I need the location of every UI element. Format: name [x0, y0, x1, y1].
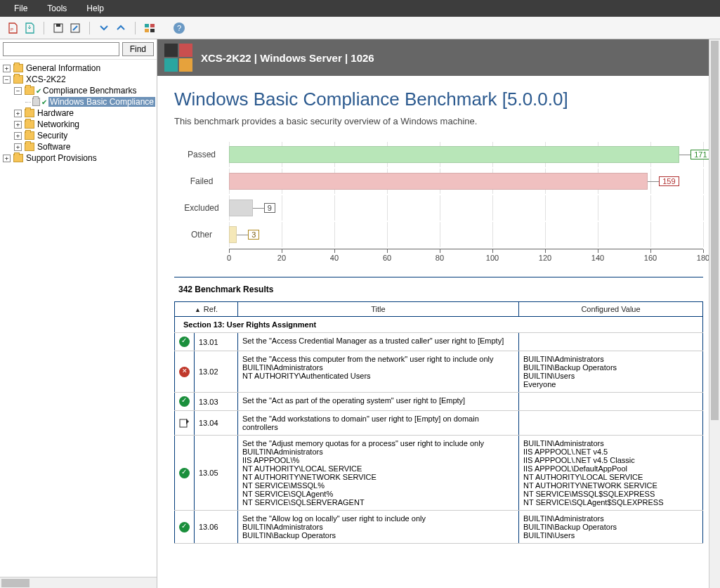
section-title: Section 13: User Rights Assignment	[183, 320, 316, 329]
folder-icon	[25, 120, 34, 129]
menubar: File Tools Help	[0, 0, 720, 17]
table-row[interactable]: 13.06Set the "Allow log on locally" user…	[175, 511, 703, 544]
main-v-scrollbar[interactable]	[709, 39, 720, 588]
chart-tick: 100	[486, 254, 499, 262]
table-row[interactable]: 13.03Set the "Act as part of the operati…	[175, 393, 703, 411]
tree-windows-basic[interactable]: ✔Windows Basic Compliance	[0, 96, 157, 107]
value-cell: BUILTIN\Administrators BUILTIN\Backup Op…	[519, 351, 703, 393]
value-cell	[519, 393, 703, 411]
chart-value: 159	[659, 176, 679, 186]
folder-icon	[13, 64, 23, 72]
title-cell: Set the "Access Credential Manager as a …	[238, 333, 519, 351]
app-logo-icon	[164, 44, 192, 72]
status-pass-icon	[179, 396, 190, 407]
menu-file[interactable]: File	[4, 4, 37, 13]
svg-rect-7	[150, 29, 155, 32]
table-row[interactable]: 13.05Set the "Adjust memory quotas for a…	[175, 436, 703, 511]
layout-icon[interactable]	[143, 21, 157, 35]
separator	[89, 22, 90, 34]
help-icon[interactable]: ?	[172, 21, 186, 35]
separator-line	[174, 277, 703, 277]
chart-tick: 120	[539, 254, 551, 262]
tree-general-info[interactable]: +General Information	[0, 63, 157, 74]
workspace: Find +General Information −XCS-2K22 −✔Co…	[0, 39, 720, 588]
sidebar: Find +General Information −XCS-2K22 −✔Co…	[0, 39, 157, 588]
nav-tree: +General Information −XCS-2K22 −✔Complia…	[0, 60, 157, 577]
chart-bar	[229, 173, 648, 190]
col-ref[interactable]: ▲Ref.	[175, 302, 238, 317]
content-header: XCS-2K22 | Windows Server | 1026	[157, 39, 720, 76]
status-cell	[175, 436, 195, 511]
chart-label: Excluded	[174, 203, 229, 213]
section-row[interactable]: Section 13: User Rights Assignment	[175, 317, 703, 333]
tree-host[interactable]: −XCS-2K22	[0, 74, 157, 85]
folder-icon	[25, 131, 34, 140]
folder-icon	[25, 143, 34, 151]
check-icon: ✔	[41, 98, 47, 106]
svg-rect-2	[56, 24, 60, 27]
menu-help[interactable]: Help	[77, 4, 114, 13]
status-pass-icon	[179, 337, 190, 347]
status-cell	[175, 351, 195, 393]
ref-cell: 13.02	[195, 351, 238, 393]
export-icon[interactable]	[22, 21, 37, 35]
menu-tools[interactable]: Tools	[37, 4, 77, 13]
tree-hardware[interactable]: +Hardware	[0, 107, 157, 119]
folder-icon	[32, 98, 40, 106]
svg-rect-4	[145, 24, 149, 27]
table-row[interactable]: 13.04Set the "Add workstations to domain…	[175, 411, 703, 436]
page-description: This benchmark provides a basic security…	[174, 116, 703, 126]
col-value[interactable]: Configured Value	[519, 302, 703, 317]
tree-software[interactable]: +Software	[0, 141, 157, 152]
save-icon[interactable]	[51, 21, 65, 35]
folder-icon	[25, 109, 34, 117]
results-count: 342 Benchmark Results	[178, 285, 273, 294]
summary-chart: Passed171Failed159Excluded9Other30204060…	[174, 142, 703, 267]
chart-tick: 0	[227, 254, 231, 262]
status-cell	[175, 393, 195, 411]
svg-text:P: P	[11, 27, 13, 32]
col-title[interactable]: Title	[238, 302, 519, 317]
ref-cell: 13.06	[195, 511, 238, 544]
tree-security[interactable]: +Security	[0, 130, 157, 141]
collapse-icon[interactable]	[97, 21, 111, 35]
expand-icon[interactable]	[114, 21, 128, 35]
chart-row-excluded: Excluded9	[174, 195, 703, 221]
edit-icon[interactable]	[68, 21, 82, 35]
tree-support[interactable]: +Support Provisions	[0, 152, 157, 164]
chart-bar	[229, 226, 237, 243]
sidebar-h-scrollbar[interactable]	[0, 577, 157, 588]
search-input[interactable]	[3, 42, 119, 56]
chart-track: 3	[229, 222, 703, 247]
find-button[interactable]: Find	[122, 42, 154, 56]
value-cell	[519, 333, 703, 351]
table-row[interactable]: 13.02Set the "Access this computer from …	[175, 351, 703, 393]
ref-cell: 13.05	[195, 436, 238, 511]
svg-rect-6	[145, 29, 149, 32]
chart-tick: 140	[591, 254, 604, 262]
pdf-icon[interactable]: P	[6, 21, 20, 35]
chart-tick: 160	[644, 254, 657, 262]
svg-rect-5	[150, 24, 155, 27]
tree-compliance[interactable]: −✔Compliance Benchmarks	[0, 85, 157, 96]
folder-icon	[13, 75, 23, 84]
results-table: ▲Ref. Title Configured Value Section 13:…	[174, 301, 703, 544]
title-cell: Set the "Act as part of the operating sy…	[238, 393, 519, 411]
chart-label: Passed	[174, 150, 229, 159]
chart-tick: 80	[436, 254, 444, 262]
chart-tick: 180	[697, 254, 709, 262]
chart-tick: 60	[383, 254, 391, 262]
svg-rect-10	[180, 419, 187, 427]
ref-cell: 13.01	[195, 333, 238, 351]
table-row[interactable]: 13.01Set the "Access Credential Manager …	[175, 333, 703, 351]
folder-icon	[25, 86, 34, 95]
chart-row-failed: Failed159	[174, 169, 703, 194]
tree-networking[interactable]: +Networking	[0, 119, 157, 130]
value-cell: BUILTIN\Administrators BUILTIN\Backup Op…	[519, 511, 703, 544]
page-title: Windows Basic Compliance Benchmark [5.0.…	[174, 89, 703, 110]
title-cell: Set the "Allow log on locally" user righ…	[238, 511, 519, 544]
chart-tick: 40	[330, 254, 339, 262]
svg-text:?: ?	[177, 24, 181, 32]
toolbar: P ?	[0, 17, 720, 39]
value-cell	[519, 411, 703, 436]
